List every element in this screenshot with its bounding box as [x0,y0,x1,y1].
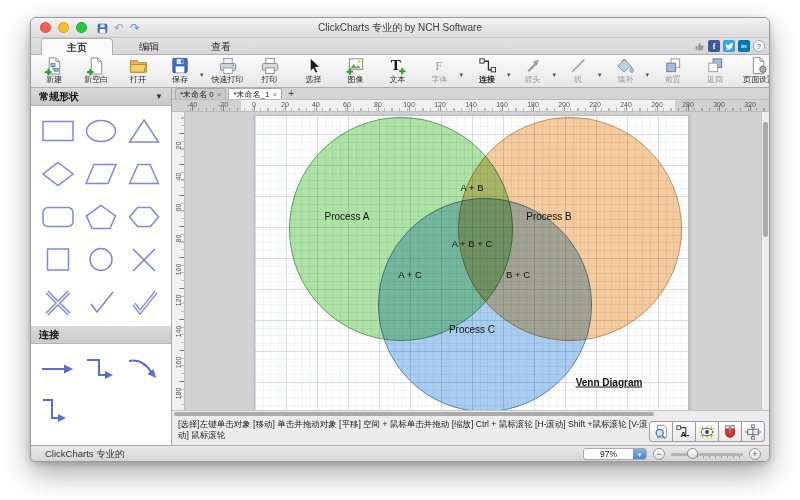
button-label: 线 [574,75,582,85]
connector-curved-arrow[interactable] [122,354,165,384]
horizontal-scrollbar[interactable] [172,410,769,417]
shape-square[interactable] [37,245,80,275]
venn-label-process-a[interactable]: Process A [324,211,369,222]
facebook-icon[interactable]: f [708,40,720,52]
venn-caption[interactable]: Venn Diagram [576,377,643,388]
zoom-dropdown-arrow[interactable]: ▾ [633,449,646,459]
zoom-out-button[interactable]: − [653,448,665,460]
shape-rounded-rectangle[interactable] [37,202,80,232]
shape-diamond[interactable] [37,159,80,189]
snap-to-objects-button[interactable] [741,421,765,442]
connectors-panel-header[interactable]: 连接 [31,326,171,344]
tab-edit[interactable]: 编辑 [113,38,185,55]
shape-triangle[interactable] [122,116,165,146]
zoom-to-page-button[interactable] [649,421,673,442]
twitter-icon[interactable] [723,40,735,52]
quick-print-button[interactable]: 快速打印 [207,55,249,87]
bring-front-icon [663,56,683,75]
shape-hexagon[interactable] [122,202,165,232]
bring-front-button[interactable]: 前置 [652,55,694,87]
zoom-slider-ticks [697,456,741,458]
venn-circle-c[interactable] [378,198,592,410]
vertical-scrollbar[interactable] [761,112,769,410]
connector-elbow-arrow-2[interactable] [37,396,80,426]
add-image-icon [345,56,366,75]
zoom-slider-thumb[interactable] [687,448,698,459]
linkedin-icon[interactable]: in [738,40,750,52]
tab-home[interactable]: 主页 [41,38,113,55]
line-button[interactable]: 线 [557,55,599,87]
tab-view[interactable]: 查看 [185,38,257,55]
venn-label-ab[interactable]: A + B [461,182,484,193]
canvas-viewport[interactable]: Process A Process B Process C A + B A + … [185,112,761,410]
shape-check[interactable] [80,288,123,318]
connector-icon [477,56,497,75]
connect-button[interactable]: 连接 [466,55,508,87]
auto-connect-button[interactable]: A [672,421,696,442]
new-blank-button[interactable]: 新空白 [75,55,117,87]
text-button[interactable]: T 文本 [377,55,419,87]
select-button[interactable]: 选择 [293,55,335,87]
arrow-button[interactable]: 箭头 [512,55,554,87]
ruler-tick-label: 120 [425,100,456,109]
button-label: 打印 [262,75,278,85]
ruler-tick-label: 160 [172,347,185,378]
image-button[interactable]: 图像 [335,55,377,87]
page-setup-button[interactable]: 页面设置 [738,55,770,87]
fill-button[interactable]: 填补 [605,55,647,87]
zoom-in-button[interactable]: + [749,448,761,460]
zoom-slider[interactable] [671,448,743,460]
ruler-tick-label: -20 [208,100,239,109]
document-tab-0[interactable]: *未命名 0 × [175,88,226,99]
venn-label-bc[interactable]: B + C [506,269,530,280]
save-button[interactable]: 保存 [159,55,201,87]
add-text-icon: T [388,56,407,75]
font-button[interactable]: F 字体 [419,55,461,87]
shape-ellipse[interactable] [80,116,123,146]
ruler-tick-label: 20 [172,130,185,161]
zoom-level-combo[interactable]: 97% ▾ [583,448,647,460]
venn-label-process-b[interactable]: Process B [526,211,572,222]
close-tab-icon[interactable]: × [272,89,277,99]
button-label: 箭头 [525,75,541,85]
document-tab-1[interactable]: *未命名_1 × [228,88,282,99]
venn-label-process-c[interactable]: Process C [449,324,495,335]
shape-cross-x-bold[interactable] [37,288,80,318]
new-button[interactable]: 新建 [33,55,75,87]
ruler-tick-label: 40 [301,100,332,109]
snap-to-grid-button[interactable] [718,421,742,442]
like-icon[interactable] [693,40,705,52]
svg-text:A: A [680,430,686,439]
h-ruler-labels: -40-200204060801001201401601802002202402… [177,100,766,109]
ruler-tick-label: 240 [611,100,642,109]
venn-label-abc[interactable]: A + B + C [452,238,493,249]
ruler-tick-label: 220 [580,100,611,109]
new-tab-button[interactable]: + [284,88,298,99]
shape-cross-x[interactable] [122,245,165,275]
vertical-scrollbar-thumb[interactable] [763,122,768,237]
connector-straight-arrow[interactable] [37,354,80,384]
help-icon[interactable]: ? [753,40,765,52]
tool-hint-text: [选择]左键单击对象 [移动] 单击并拖动对象 [平移] 空间 + 鼠标单击并拖… [178,419,648,441]
show-grid-button[interactable] [695,421,719,442]
ruler-tick-label: 100 [172,254,185,285]
shapes-panel-header[interactable]: 常规形状 ▼ [31,88,171,106]
ribbon-tab-bar: 主页 编辑 查看 f in ? [31,38,769,55]
open-button[interactable]: 打开 [117,55,159,87]
send-back-button[interactable]: 返回 [694,55,736,87]
close-tab-icon[interactable]: × [217,89,222,99]
shape-circle[interactable] [80,245,123,275]
venn-label-ac[interactable]: A + C [398,269,422,280]
connector-elbow-arrow[interactable] [80,354,123,384]
open-folder-icon [128,56,149,75]
shape-trapezoid[interactable] [122,159,165,189]
shape-check-bold[interactable] [122,288,165,318]
collapse-panel-icon[interactable]: ▼ [155,92,163,101]
print-button[interactable]: 打印 [249,55,291,87]
shape-pentagon[interactable] [80,202,123,232]
zoom-level-value: 97% [584,449,633,459]
shape-rectangle[interactable] [37,116,80,146]
ruler-tick-label: 300 [704,100,735,109]
horizontal-scrollbar-thumb[interactable] [174,412,654,416]
shape-parallelogram[interactable] [80,159,123,189]
